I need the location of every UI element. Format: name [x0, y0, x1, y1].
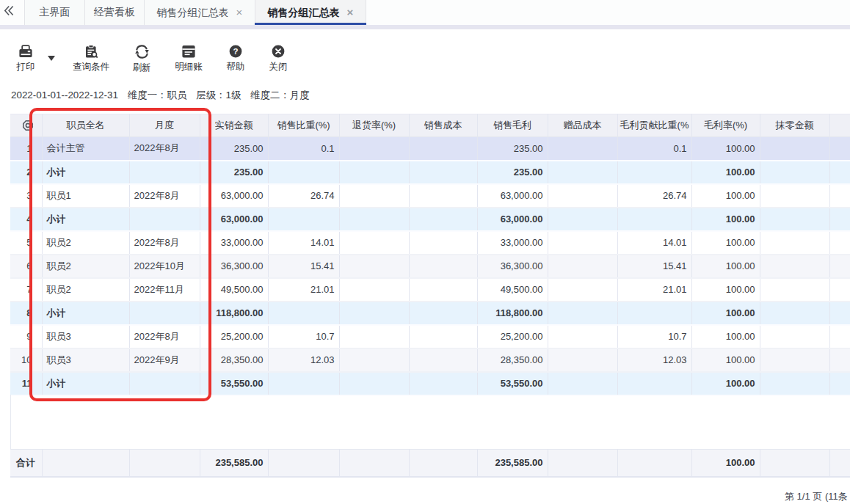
- svg-text:?: ?: [233, 47, 238, 56]
